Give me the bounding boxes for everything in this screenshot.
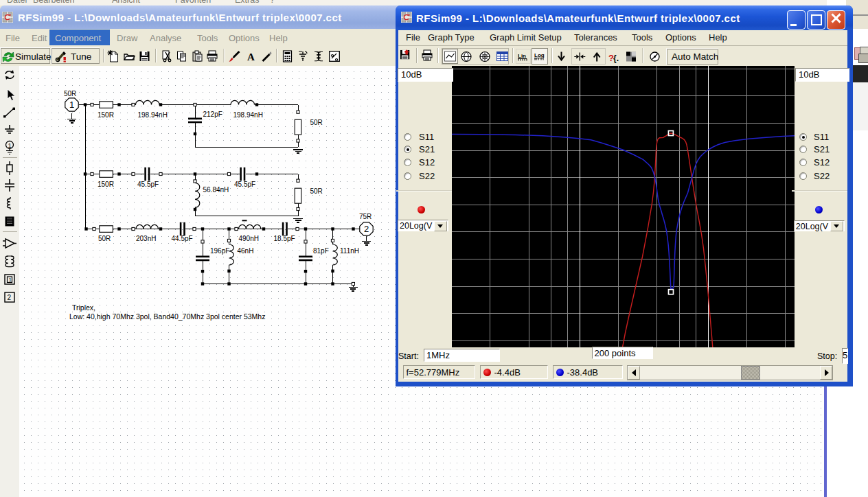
svg-text:50R: 50R [64,90,76,97]
svg-text:1: 1 [8,141,12,149]
svg-text:50R: 50R [310,119,323,126]
svg-text:198.94nH: 198.94nH [233,111,263,119]
svg-text:45.5pF: 45.5pF [234,181,255,188]
svg-text:212pF: 212pF [203,111,222,118]
svg-text:Log: Log [534,52,545,58]
svg-text:{.: {. [613,54,619,63]
svg-text:81pF: 81pF [313,247,329,255]
svg-text:Simulate: Simulate [15,51,52,62]
svg-text:56.84nH: 56.84nH [203,186,229,194]
svg-text:46nH: 46nH [238,247,254,255]
svg-text:45.5pF: 45.5pF [137,181,159,188]
svg-text:111nH: 111nH [340,247,359,255]
svg-text:196pF: 196pF [210,247,229,255]
svg-text:Triplex,: Triplex, [72,303,95,312]
svg-text:44.5pF: 44.5pF [172,235,193,242]
svg-text:2: 2 [8,294,12,301]
svg-text:203nH: 203nH [136,235,156,242]
svg-text:2: 2 [364,224,369,234]
svg-text:Lin: Lin [518,53,526,59]
svg-text:50R: 50R [98,235,111,242]
svg-text:1: 1 [9,277,12,283]
svg-text:75R: 75R [359,213,372,220]
svg-text:A: A [247,51,255,62]
svg-text:150R: 150R [98,181,114,188]
svg-text:150R: 150R [98,111,114,119]
svg-text:Auto Match: Auto Match [672,51,718,62]
svg-text:1: 1 [69,100,74,110]
svg-text:Low: 40,high 70Mhz 3pol, Band4: Low: 40,high 70Mhz 3pol, Band40_70Mhz 3p… [69,312,265,321]
svg-text:18.5pF: 18.5pF [274,235,295,242]
svg-text:490nH: 490nH [239,235,259,242]
svg-text:50R: 50R [310,187,323,195]
svg-text:198.94nH: 198.94nH [138,111,168,119]
svg-text:Tune: Tune [71,51,91,62]
